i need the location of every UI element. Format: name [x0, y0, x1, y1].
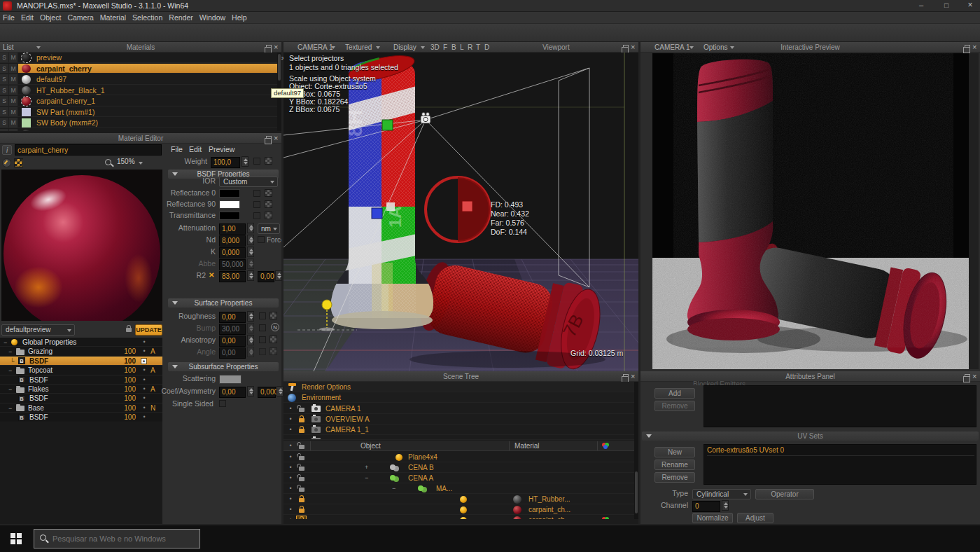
asymmetry-field[interactable]: 0,000	[258, 387, 276, 398]
viewport-shading-dropdown[interactable]: Textured	[345, 42, 372, 53]
lock-icon[interactable]	[299, 456, 304, 460]
material-column-header[interactable]: Material	[514, 441, 540, 451]
float-panel-icon[interactable]	[266, 45, 272, 50]
solo-cell[interactable]: S	[0, 118, 9, 127]
uv-new-button[interactable]: New	[654, 447, 695, 457]
uv-rename-button[interactable]: Rename	[654, 460, 695, 470]
solo-cell[interactable]: S	[0, 53, 9, 62]
solo-cell[interactable]: S	[0, 85, 9, 95]
lock-icon[interactable]	[299, 408, 304, 412]
solo-cell[interactable]: S	[0, 129, 9, 132]
editor-menu-preview[interactable]: Preview	[209, 145, 234, 153]
start-button[interactable]	[0, 525, 34, 552]
scene-row-plane4x4[interactable]: • Plane4x4	[284, 452, 634, 462]
rendered-preview-image[interactable]	[652, 53, 979, 369]
remove-button[interactable]: Remove	[654, 401, 695, 411]
asymmetry-stepper[interactable]	[276, 386, 284, 396]
reflectance0-map-toggle[interactable]	[253, 190, 260, 197]
uv-sets-list[interactable]: Corte-extrusão5 UVset 0	[704, 444, 976, 485]
force-fresnel-checkbox[interactable]	[258, 236, 265, 243]
view-back-button[interactable]: B	[451, 42, 456, 53]
r2-field[interactable]: 83,00	[219, 271, 246, 282]
k-stepper[interactable]	[247, 247, 254, 257]
lock-icon[interactable]	[299, 488, 304, 492]
collapse-icon[interactable]: −	[392, 483, 396, 494]
view-3d-button[interactable]: 3D	[430, 42, 440, 53]
float-panel-icon[interactable]	[965, 45, 970, 50]
lock-icon-locked[interactable]	[299, 498, 304, 502]
scene-row-camera1[interactable]: • CAMERA 1	[284, 403, 634, 414]
reflectance90-map-toggle[interactable]	[253, 201, 260, 208]
mute-cell[interactable]: M	[9, 129, 18, 132]
layer-row-bsdf-selected[interactable]: └ B BSDF 100•	[0, 357, 162, 366]
r2-stepper[interactable]	[247, 270, 254, 281]
close-panel-icon[interactable]: ×	[972, 42, 976, 53]
viewport-camera-dropdown[interactable]: CAMERA 1	[298, 42, 333, 53]
scene-row-object-carpaint1[interactable]: • carpaint_ch...	[284, 504, 634, 515]
r2-stepper-2[interactable]	[275, 270, 282, 281]
view-front-button[interactable]: F	[443, 42, 447, 53]
preview-scene-dropdown[interactable]: defaultpreview	[1, 324, 75, 336]
coef-stepper[interactable]	[247, 386, 254, 396]
weight-field[interactable]: 100,0	[211, 157, 240, 168]
scene-row-render-options[interactable]: Render Options	[284, 382, 634, 392]
scattering-swatch[interactable]	[219, 375, 241, 384]
surface-properties-header[interactable]: Surface Properties	[168, 298, 279, 308]
roughness-field[interactable]: 0,00	[219, 312, 246, 323]
material-row[interactable]: SM Emitter LEFT	[0, 129, 277, 132]
view-top-button[interactable]: T	[476, 42, 480, 53]
material-row-selected[interactable]: SM carpaint_cherry	[0, 64, 277, 74]
preview-zoom-value[interactable]: 150%	[117, 158, 135, 165]
single-sided-checkbox[interactable]	[219, 400, 226, 407]
layer-row-bsdf[interactable]: B BSDF 100•	[0, 394, 162, 403]
material-row[interactable]: SM SW Body (mxm#2)	[0, 118, 277, 128]
mute-cell[interactable]: M	[9, 118, 18, 127]
scene-row-cena-b[interactable]: • + CENA B	[284, 462, 634, 473]
mute-cell[interactable]: M	[9, 53, 18, 62]
update-button[interactable]: UPDATE	[135, 324, 162, 336]
editor-menu-edit[interactable]: Edit	[189, 145, 202, 153]
scene-row-ma-group[interactable]: • − MA...	[284, 483, 634, 494]
scene-row-camera1-1[interactable]: • CAMERA 1_1	[284, 425, 634, 435]
maximize-button[interactable]: □	[935, 0, 958, 11]
lock-icon[interactable]	[299, 467, 304, 471]
float-panel-icon[interactable]	[266, 136, 272, 141]
material-row[interactable]: SM preview	[0, 53, 277, 63]
blocked-emitters-list[interactable]	[704, 385, 976, 427]
reflectance0-swatch[interactable]	[219, 189, 240, 198]
scene-row-overview-a[interactable]: • OVERVIEW A	[284, 414, 634, 425]
scene-row-cena-a[interactable]: • − CENA A	[284, 473, 634, 483]
material-row[interactable]: SM carpaint_cherry_1	[0, 96, 277, 106]
material-preview-viewport[interactable]	[1, 170, 162, 321]
mute-cell[interactable]: M	[9, 64, 18, 74]
minimize-button[interactable]: –	[910, 0, 932, 11]
material-name-field[interactable]: carpaint_cherry	[15, 144, 162, 156]
attenuation-field[interactable]: 1,00	[219, 223, 246, 235]
solo-cell[interactable]: S	[0, 64, 9, 74]
lock-icon[interactable]	[299, 477, 304, 481]
roughness-stepper[interactable]	[247, 311, 254, 322]
anisotropy-field[interactable]: 0,00	[219, 336, 246, 347]
menu-object[interactable]: Object	[40, 13, 61, 22]
uv-channel-field[interactable]: 0	[692, 501, 720, 512]
uv-normalize-button[interactable]: Normalize	[692, 513, 733, 523]
uv-channel-stepper[interactable]	[722, 500, 729, 511]
lock-icon-locked[interactable]	[299, 418, 304, 422]
uv-sets-header[interactable]: UV Sets	[642, 432, 979, 441]
roughness-map-toggle[interactable]	[259, 312, 266, 319]
scene-row-object-ht-rubber[interactable]: • HT_Rubber...	[284, 494, 634, 504]
close-button[interactable]: ×	[960, 0, 980, 11]
layer-row-global[interactable]: − Global Properties •	[0, 338, 162, 347]
solo-cell[interactable]: S	[0, 96, 9, 106]
layer-row-folder[interactable]: − Grazing 100•A	[0, 347, 162, 356]
reflectance0-texture-icon[interactable]	[265, 189, 272, 197]
float-panel-icon[interactable]	[965, 374, 970, 379]
nd-field[interactable]: 8,000	[219, 235, 246, 247]
bump-normal-badge[interactable]: N	[271, 323, 279, 331]
layer-row-bsdf[interactable]: B BSDF 100•	[0, 413, 162, 422]
material-row[interactable]: SM SW Part (mxm#1)	[0, 107, 277, 118]
material-row[interactable]: SM HT_Rubber_Black_1	[0, 85, 277, 96]
r2-field-2[interactable]: 0,00	[258, 271, 274, 282]
close-panel-icon[interactable]: ×	[631, 42, 635, 53]
mute-cell[interactable]: M	[9, 96, 18, 106]
